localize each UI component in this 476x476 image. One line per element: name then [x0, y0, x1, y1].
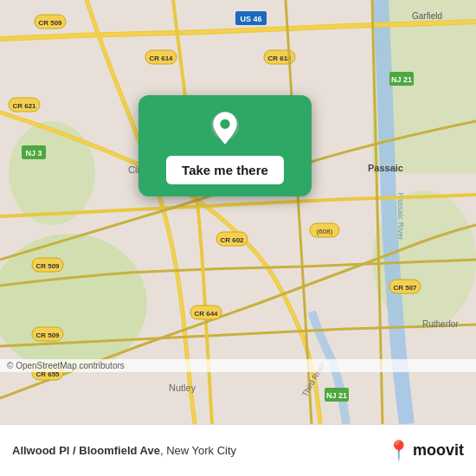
moovit-brand-text: moovit: [413, 441, 464, 460]
location-pin-icon: [207, 111, 243, 147]
svg-text:Rutherfor: Rutherfor: [422, 319, 459, 329]
svg-text:US 46: US 46: [240, 15, 261, 23]
svg-text:Nutley: Nutley: [169, 383, 196, 393]
svg-text:Garfield: Garfield: [412, 11, 442, 21]
moovit-logo: 📍 moovit: [387, 440, 464, 462]
copyright-text: © OpenStreetMap contributors: [7, 361, 125, 370]
svg-point-2: [9, 121, 95, 225]
svg-text:Passaic: Passaic: [368, 163, 403, 173]
svg-text:CR 602: CR 602: [220, 236, 244, 244]
copyright-bar: © OpenStreetMap contributors: [0, 359, 476, 372]
take-me-there-button[interactable]: Take me there: [166, 156, 284, 184]
svg-text:CR 507: CR 507: [393, 284, 417, 292]
popup-card: Take me there: [138, 95, 312, 196]
svg-text:CR 509: CR 509: [35, 331, 60, 339]
bottom-bar: Allwood Pl / Bloomfield Ave, New York Ci…: [0, 424, 476, 476]
svg-text:CR 644: CR 644: [194, 310, 218, 318]
svg-text:NJ 3: NJ 3: [25, 149, 42, 158]
svg-text:NJ 21: NJ 21: [326, 391, 347, 400]
svg-text:CR 621: CR 621: [12, 102, 36, 110]
svg-text:(608): (608): [317, 228, 333, 235]
svg-text:NJ 21: NJ 21: [391, 75, 412, 84]
svg-text:CR 509: CR 509: [38, 19, 62, 27]
svg-text:CR 614: CR 614: [149, 55, 173, 62]
svg-text:Passaic River: Passaic River: [396, 192, 405, 240]
bottom-location: Allwood Pl / Bloomfield Ave, New York Ci…: [12, 444, 387, 457]
svg-point-44: [220, 119, 229, 129]
map-container: Passaic River US 46 CR 509 CR 621 NJ 21 …: [0, 0, 476, 424]
city-name: New York City: [166, 444, 236, 457]
svg-text:CR 509: CR 509: [35, 262, 60, 270]
moovit-pin-icon: 📍: [387, 440, 410, 462]
location-name: Allwood Pl / Bloomfield Ave: [12, 444, 160, 457]
